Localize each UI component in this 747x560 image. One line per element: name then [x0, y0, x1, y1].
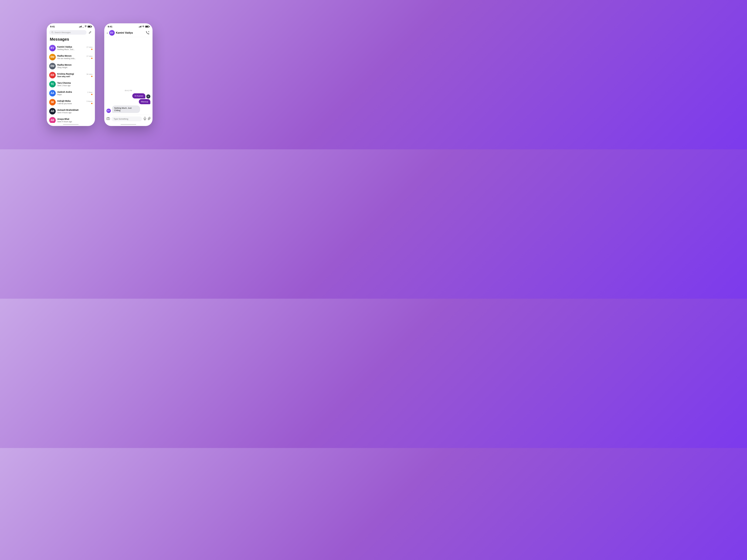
home-indicator-chat	[104, 123, 153, 126]
message-input[interactable]	[111, 116, 142, 121]
home-indicator	[47, 123, 95, 126]
phone-messages: 9:41 ‿ Search Messages	[47, 23, 95, 126]
message-meta: 3 Hours	[86, 100, 93, 104]
conversation-item-aadesh[interactable]: AA Aadesh Andra Nope 1 Hour	[47, 89, 95, 98]
attach-button[interactable]	[148, 117, 151, 121]
contact-name: Krishna Rastogi	[57, 73, 85, 75]
conversation-item-indrajit[interactable]: IM Indrajit Meka I will let you know 3 H…	[47, 98, 95, 107]
message-content: Radha Menon Okay Alright	[57, 63, 91, 69]
conversation-item-radha1[interactable]: RM Radha Menon Are we meeting toda... 17…	[47, 53, 95, 61]
signal-icon	[79, 26, 82, 27]
avatar-indrajit: IM	[49, 99, 56, 105]
contact-name: Radha Menon	[57, 63, 91, 66]
conversation-item-tara[interactable]: TC Tara Cheema Sent 1 hour ago	[47, 80, 95, 89]
search-bar[interactable]: Search Messages	[49, 30, 86, 35]
attachment-icon	[148, 117, 151, 120]
status-bar-chat: 9:41	[104, 23, 153, 29]
mic-button[interactable]	[144, 117, 146, 121]
message-preview: I will let you know	[57, 103, 85, 105]
status-time-chat: 9:41	[108, 25, 112, 28]
search-placeholder: Search Messages	[54, 31, 71, 34]
back-button[interactable]: ‹	[107, 31, 108, 35]
message-content: Indrajit Meka I will let you know	[57, 100, 85, 105]
conversation-item-krishna[interactable]: KR Krishna Rastogi Sure why not!! 34 min…	[47, 71, 95, 80]
time-label: 09:41 PM	[106, 89, 150, 91]
battery-icon-chat	[145, 26, 149, 28]
phone-chat: 9:41 ‹ KV Kamini Vaidya	[104, 23, 153, 126]
message-content: Krishna Rastogi Sure why not!!	[57, 73, 85, 78]
message-preview: Okay Alright	[57, 66, 91, 69]
message-meta: 34 mins	[86, 73, 93, 77]
svg-line-2	[53, 33, 53, 33]
chat-input-row	[104, 115, 153, 123]
message-content: Aadesh Andra Nope	[57, 91, 86, 96]
message-bubble-wassup: Wassup	[139, 99, 150, 104]
contact-name: Aadesh Andra	[57, 91, 86, 93]
svg-rect-6	[144, 117, 146, 119]
svg-rect-4	[107, 117, 110, 120]
unread-indicator	[91, 58, 93, 59]
contact-name: Indrajit Meka	[57, 100, 85, 102]
unread-indicator	[91, 94, 93, 95]
unread-indicator	[91, 103, 93, 104]
conversation-item-avinash[interactable]: AB Avinash Brahmbhatt Sent 4 hours ago	[47, 107, 95, 116]
message-content: Kamini Vaidya Nothing Much, Just...	[57, 46, 85, 51]
message-preview: Nothing Much, Just...	[57, 48, 85, 51]
message-preview: Are we meeting toda...	[57, 57, 85, 59]
message-content: Anaya Bhat Seen 4 hours ago	[57, 118, 91, 123]
compose-icon	[88, 31, 92, 34]
camera-button[interactable]	[106, 117, 110, 121]
incoming-contact-avatar: KV	[106, 109, 111, 113]
wifi-icon	[142, 26, 145, 27]
status-time: 9:41	[50, 25, 55, 28]
svg-point-0	[85, 27, 86, 27]
message-time: 17 mins	[86, 46, 93, 48]
contact-name: Anaya Bhat	[57, 118, 91, 120]
conversation-item-anaya[interactable]: AB Anaya Bhat Seen 4 hours ago	[47, 116, 95, 123]
message-content: Radha Menon Are we meeting toda...	[57, 55, 85, 59]
outgoing-wassup: Wassup	[139, 99, 150, 104]
message-preview: Sent 4 hours ago	[57, 111, 91, 114]
avatar-aadesh: AA	[49, 90, 56, 97]
contact-name: Kamini Vaidya	[57, 46, 85, 48]
outgoing-hi: Hi Kamini U	[132, 93, 150, 99]
status-icons-chat	[139, 26, 149, 28]
svg-point-5	[107, 118, 109, 119]
conversation-item-kamini[interactable]: KV Kamini Vaidya Nothing Much, Just... 1…	[47, 44, 95, 53]
compose-button[interactable]	[88, 30, 93, 35]
chat-contact-name: Kamini Vaidya	[116, 31, 145, 34]
unread-indicator	[91, 49, 93, 50]
chat-messages: 09:41 PM Hi Kamini U Wassup KV Nothing M…	[104, 37, 153, 115]
camera-icon	[106, 117, 110, 120]
avatar-kamini: KV	[49, 45, 56, 51]
contact-name: Avinash Brahmbhatt	[57, 109, 91, 111]
mic-icon	[144, 117, 146, 120]
message-time: 34 mins	[86, 73, 93, 75]
conversation-item-radha2[interactable]: RM Radha Menon Okay Alright	[47, 61, 95, 71]
message-meta: 17 mins	[86, 46, 93, 50]
avatar-radha2: RM	[49, 63, 56, 70]
message-meta: 17 mins	[86, 55, 93, 59]
battery-icon	[87, 26, 92, 28]
message-content: Tara Cheema Sent 1 hour ago	[57, 82, 91, 87]
avatar-radha1: RM	[49, 54, 56, 60]
incoming-message-group: KV Nothing Much, Just Chlling	[106, 105, 150, 113]
chat-contact-avatar: KV	[109, 30, 115, 36]
message-time: 3 Hours	[86, 100, 93, 102]
search-bar-row: Search Messages	[47, 29, 95, 36]
contact-name: Tara Cheema	[57, 82, 91, 84]
contact-name: Radha Menon	[57, 55, 85, 57]
message-preview: Sure why not!!	[57, 76, 85, 78]
message-content: Avinash Brahmbhatt Sent 4 hours ago	[57, 109, 91, 114]
message-bubble-received: Nothing Much, Just Chlling	[112, 105, 140, 113]
message-meta: 1 Hour	[87, 91, 93, 95]
sender-avatar: U	[146, 95, 150, 99]
message-time: 1 Hour	[87, 91, 93, 93]
avatar-tara: TC	[49, 81, 56, 87]
search-icon	[51, 31, 54, 33]
status-icons: ‿	[79, 25, 92, 28]
message-preview: Seen 4 hours ago	[57, 121, 91, 123]
avatar-anaya: AB	[49, 117, 56, 123]
wifi-icon: ‿	[82, 25, 87, 28]
call-button[interactable]	[145, 30, 150, 35]
